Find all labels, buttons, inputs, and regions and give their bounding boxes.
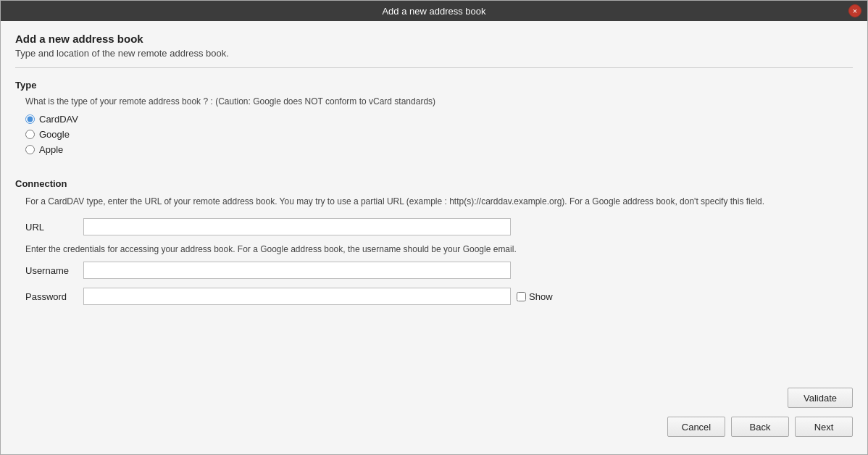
username-label: Username [25, 265, 83, 276]
type-radio-group: CardDAV Google Apple [25, 114, 853, 155]
page-title: Add a new address book [15, 33, 853, 45]
connection-section: Connection For a CardDAV type, enter the… [15, 178, 853, 314]
password-row: Password Show [25, 288, 853, 305]
radio-apple-label: Apple [39, 144, 63, 155]
title-bar: Add a new address book × [1, 1, 867, 21]
url-label: URL [25, 222, 83, 233]
radio-google[interactable]: Google [25, 129, 853, 140]
show-label: Show [529, 291, 553, 302]
radio-carddav-input[interactable] [25, 114, 35, 124]
button-row: Cancel Back Next [667, 417, 853, 437]
close-button[interactable]: × [848, 4, 861, 17]
url-input[interactable] [83, 218, 511, 235]
bottom-area: Validate Cancel Back Next [15, 388, 853, 443]
show-checkbox[interactable] [517, 292, 526, 301]
radio-apple-input[interactable] [25, 145, 35, 154]
page-subtitle: Type and location of the new remote addr… [15, 48, 853, 59]
divider [15, 67, 853, 68]
connection-desc: For a CardDAV type, enter the URL of you… [25, 195, 853, 208]
credentials-desc: Enter the credentials for accessing your… [25, 244, 853, 254]
back-button[interactable]: Back [731, 417, 789, 437]
cancel-button[interactable]: Cancel [667, 417, 725, 437]
password-input[interactable] [83, 288, 511, 305]
type-section-title: Type [15, 80, 853, 91]
radio-google-label: Google [39, 129, 70, 140]
password-label: Password [25, 291, 83, 302]
window: Add a new address book × Add a new addre… [0, 0, 868, 455]
content-area: Add a new address book Type and location… [1, 21, 867, 454]
url-row: URL [25, 218, 853, 235]
show-wrapper: Show [517, 291, 553, 302]
radio-apple[interactable]: Apple [25, 144, 853, 155]
type-section-desc: What is the type of your remote address … [25, 96, 853, 107]
username-input[interactable] [83, 262, 511, 279]
validate-row: Validate [788, 388, 853, 408]
validate-button[interactable]: Validate [788, 388, 853, 408]
next-button[interactable]: Next [795, 417, 853, 437]
radio-google-input[interactable] [25, 130, 35, 139]
connection-section-title: Connection [15, 178, 853, 189]
username-row: Username [25, 262, 853, 279]
radio-carddav-label: CardDAV [39, 114, 78, 125]
window-title: Add a new address book [382, 6, 485, 17]
radio-carddav[interactable]: CardDAV [25, 114, 853, 125]
